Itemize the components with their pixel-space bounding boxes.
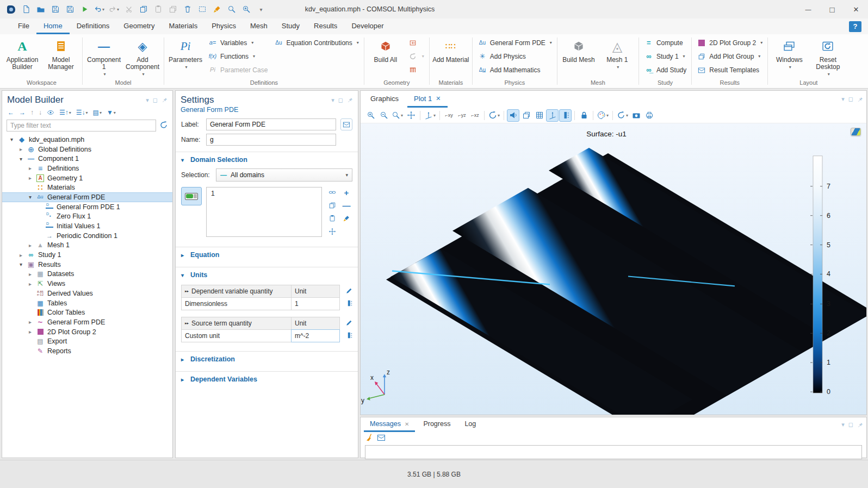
panel-menu-icon[interactable]: ▾ [146,97,149,104]
tree-item-mesh-1[interactable]: Mesh 1 [2,241,172,251]
result-templates-button[interactable]: Result Templates [694,64,765,76]
transparency-button[interactable] [520,109,532,122]
menu-definitions[interactable]: Definitions [70,18,117,34]
zoom-in-button[interactable] [364,109,377,122]
chevron-collapsed-icon[interactable] [27,242,33,248]
find-button[interactable] [225,2,238,16]
panel-float-icon[interactable]: ◻ [338,97,343,104]
paste-selection-icon[interactable] [326,213,338,224]
tree-item-materials[interactable]: Materials [2,183,172,192]
copy-button[interactable] [137,2,150,16]
label-input[interactable] [206,118,336,130]
change-unit-icon[interactable] [345,331,353,341]
table-row[interactable]: Dimensionless 1 [182,298,339,310]
update-plot-button[interactable]: ▾ [616,109,629,122]
cut-button[interactable] [122,2,135,16]
axis-orientation-button[interactable] [546,109,559,122]
general-form-pde-button[interactable]: ΔuGeneral Form PDE [475,36,555,49]
duplicate-button[interactable] [166,2,179,16]
tree-item-component-1[interactable]: Component 1 [2,154,172,164]
scene-light-button[interactable] [507,109,519,122]
panel-float-icon[interactable]: ◻ [848,96,853,103]
chevron-collapsed-icon[interactable] [27,175,33,181]
parameters-button[interactable]: Pi Parameters [166,36,204,71]
selection-combobox[interactable]: — All domains ▾ [216,168,352,182]
undo-button[interactable]: ▾ [92,2,106,16]
panel-menu-icon[interactable]: ▾ [841,96,845,103]
mesh-1-button[interactable]: ◬ Mesh 1 [598,36,636,71]
tree-item-reports[interactable]: Reports [2,346,172,356]
section-dependent-variables[interactable]: ▸Dependent Variables [176,372,358,387]
tree-item-zero-flux-1[interactable]: Zero Flux 1 [2,212,172,222]
panel-pin-icon[interactable]: 📌︎ [857,422,863,428]
deselect-button[interactable] [210,2,224,16]
expand-all-button[interactable]: ☰↓▾ [76,109,88,116]
close-button[interactable] [844,0,868,18]
color-legend-button[interactable] [559,109,572,122]
chevron-expanded-icon[interactable] [18,156,24,162]
chevron-expanded-icon[interactable] [9,136,15,142]
show-icon[interactable] [47,109,54,116]
edit-quantity-icon[interactable] [345,287,353,296]
tab-graphics[interactable]: Graphics [364,91,405,108]
menu-results[interactable]: Results [307,18,344,34]
clear-messages-icon[interactable] [365,433,374,443]
tree-item-views[interactable]: Views [2,279,172,289]
name-input[interactable] [206,134,336,146]
chevron-collapsed-icon[interactable] [18,252,24,258]
section-domain-selection[interactable]: ▾Domain Selection [176,152,358,167]
plot-area[interactable]: Surface: -u1 7 6 5 4 3 2 1 0 [361,123,866,415]
minimize-button[interactable] [796,0,820,18]
qat-overflow-button[interactable]: ▾ [254,2,268,16]
panel-pin-icon[interactable]: 📌︎ [347,97,353,104]
image-settings-button[interactable]: ▾ [596,109,610,122]
rotate-button[interactable]: ▾ [487,109,501,122]
panel-menu-icon[interactable]: ▾ [331,97,334,104]
panel-pin-icon[interactable]: 📌︎ [857,96,863,103]
edit-quantity-icon[interactable] [345,319,353,328]
menu-developer[interactable]: Developer [344,18,390,34]
default-view-button[interactable]: ▾ [423,109,437,122]
menu-materials[interactable]: Materials [162,18,204,34]
add-mathematics-button[interactable]: Δu̲Add Mathematics [475,64,555,76]
xz-view-button[interactable]: ⌐xz [469,109,481,122]
tree-item-export[interactable]: Export [2,336,172,346]
tree-item-geometry-1[interactable]: AGeometry 1 [2,173,172,183]
equation-contributions-button[interactable]: ΔuEquation Contributions [271,36,361,49]
print-button[interactable] [643,109,655,122]
functions-button[interactable]: f(x)Functions [205,50,270,62]
zoom-to-selection-icon[interactable] [326,226,338,237]
menu-study[interactable]: Study [275,18,307,34]
menu-file[interactable]: File [11,18,36,34]
panel-float-icon[interactable]: ◻ [848,421,853,428]
section-discretization[interactable]: ▸Discretization [176,352,358,367]
add-material-button[interactable]: ∷∷ Add Material [432,36,470,64]
save-button[interactable] [48,2,62,16]
move-up-button[interactable]: ↑ [30,109,34,116]
collapse-all-button[interactable]: ☰↑▾ [59,109,71,116]
chevron-collapsed-icon[interactable] [27,281,33,287]
build-all-button[interactable]: Build All [367,36,405,64]
tree-item-periodic-condition-1[interactable]: Periodic Condition 1 [2,231,172,241]
add-study-button[interactable]: ∞̲Add Study [641,64,689,76]
forward-button[interactable]: → [19,109,26,116]
tree-item-root[interactable]: kdv_equation.mph [2,135,172,145]
tab-progress[interactable]: Progress [417,417,456,432]
variables-button[interactable]: a=Variables [205,36,270,49]
open-messages-window-icon[interactable] [377,433,386,443]
tree-item-general-form-pde[interactable]: General Form PDE [2,192,172,202]
menu-home[interactable]: Home [36,18,70,34]
chevron-collapsed-icon[interactable] [27,271,33,277]
delete-button[interactable] [181,2,194,16]
filter-button[interactable]: ▼▾ [107,109,116,116]
yz-view-button[interactable]: ⌐yz [456,109,468,122]
zoom-out-button[interactable] [377,109,390,122]
3d-surface-plot[interactable]: Surface: -u1 7 6 5 4 3 2 1 0 [361,123,866,415]
tab-log[interactable]: Log [458,417,482,432]
paste-button[interactable] [151,2,165,16]
domain-list-item[interactable]: 1 [211,190,215,197]
add-plot-group-button[interactable]: Add Plot Group [694,50,765,62]
snapshot-button[interactable] [630,109,642,122]
active-toggle-button[interactable] [181,187,202,205]
refresh-icon[interactable] [159,121,168,131]
